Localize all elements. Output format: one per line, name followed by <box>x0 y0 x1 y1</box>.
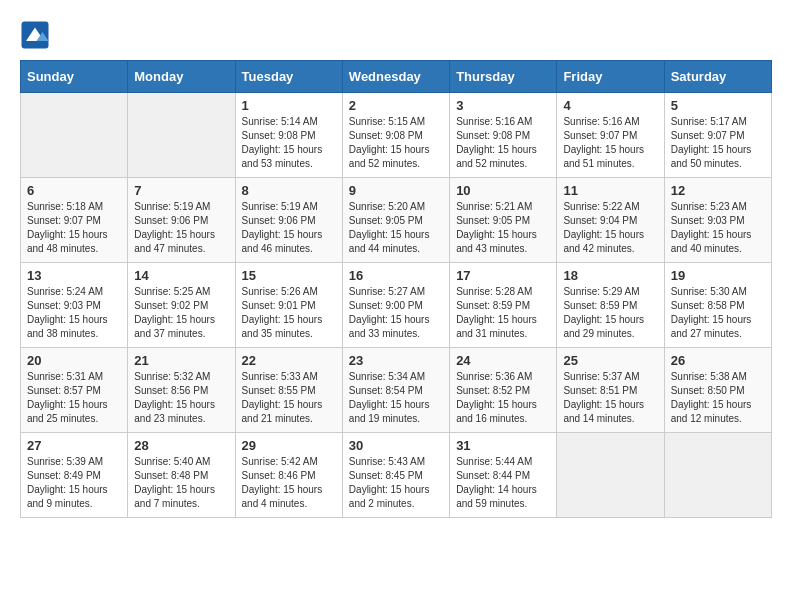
weekday-row: SundayMondayTuesdayWednesdayThursdayFrid… <box>21 61 772 93</box>
day-number: 30 <box>349 438 443 453</box>
calendar-cell: 4Sunrise: 5:16 AM Sunset: 9:07 PM Daylig… <box>557 93 664 178</box>
calendar-body: 1Sunrise: 5:14 AM Sunset: 9:08 PM Daylig… <box>21 93 772 518</box>
day-info: Sunrise: 5:21 AM Sunset: 9:05 PM Dayligh… <box>456 200 550 256</box>
day-info: Sunrise: 5:14 AM Sunset: 9:08 PM Dayligh… <box>242 115 336 171</box>
day-info: Sunrise: 5:32 AM Sunset: 8:56 PM Dayligh… <box>134 370 228 426</box>
calendar-week-2: 6Sunrise: 5:18 AM Sunset: 9:07 PM Daylig… <box>21 178 772 263</box>
day-info: Sunrise: 5:37 AM Sunset: 8:51 PM Dayligh… <box>563 370 657 426</box>
weekday-header-saturday: Saturday <box>664 61 771 93</box>
day-info: Sunrise: 5:28 AM Sunset: 8:59 PM Dayligh… <box>456 285 550 341</box>
logo <box>20 20 54 50</box>
day-number: 17 <box>456 268 550 283</box>
day-number: 23 <box>349 353 443 368</box>
day-info: Sunrise: 5:22 AM Sunset: 9:04 PM Dayligh… <box>563 200 657 256</box>
day-info: Sunrise: 5:19 AM Sunset: 9:06 PM Dayligh… <box>134 200 228 256</box>
calendar-cell: 20Sunrise: 5:31 AM Sunset: 8:57 PM Dayli… <box>21 348 128 433</box>
calendar-cell <box>557 433 664 518</box>
calendar-cell: 7Sunrise: 5:19 AM Sunset: 9:06 PM Daylig… <box>128 178 235 263</box>
calendar-cell: 2Sunrise: 5:15 AM Sunset: 9:08 PM Daylig… <box>342 93 449 178</box>
weekday-header-thursday: Thursday <box>450 61 557 93</box>
calendar-cell: 27Sunrise: 5:39 AM Sunset: 8:49 PM Dayli… <box>21 433 128 518</box>
day-number: 24 <box>456 353 550 368</box>
calendar-cell <box>128 93 235 178</box>
weekday-header-wednesday: Wednesday <box>342 61 449 93</box>
day-info: Sunrise: 5:17 AM Sunset: 9:07 PM Dayligh… <box>671 115 765 171</box>
page-header <box>20 20 772 50</box>
day-number: 6 <box>27 183 121 198</box>
logo-icon <box>20 20 50 50</box>
calendar-cell: 19Sunrise: 5:30 AM Sunset: 8:58 PM Dayli… <box>664 263 771 348</box>
calendar-cell: 22Sunrise: 5:33 AM Sunset: 8:55 PM Dayli… <box>235 348 342 433</box>
day-number: 10 <box>456 183 550 198</box>
calendar-cell: 21Sunrise: 5:32 AM Sunset: 8:56 PM Dayli… <box>128 348 235 433</box>
day-number: 18 <box>563 268 657 283</box>
day-info: Sunrise: 5:25 AM Sunset: 9:02 PM Dayligh… <box>134 285 228 341</box>
day-info: Sunrise: 5:16 AM Sunset: 9:08 PM Dayligh… <box>456 115 550 171</box>
day-number: 29 <box>242 438 336 453</box>
day-info: Sunrise: 5:26 AM Sunset: 9:01 PM Dayligh… <box>242 285 336 341</box>
calendar-cell: 26Sunrise: 5:38 AM Sunset: 8:50 PM Dayli… <box>664 348 771 433</box>
calendar-cell: 3Sunrise: 5:16 AM Sunset: 9:08 PM Daylig… <box>450 93 557 178</box>
day-info: Sunrise: 5:18 AM Sunset: 9:07 PM Dayligh… <box>27 200 121 256</box>
day-number: 27 <box>27 438 121 453</box>
calendar-cell: 24Sunrise: 5:36 AM Sunset: 8:52 PM Dayli… <box>450 348 557 433</box>
calendar-cell: 14Sunrise: 5:25 AM Sunset: 9:02 PM Dayli… <box>128 263 235 348</box>
day-info: Sunrise: 5:43 AM Sunset: 8:45 PM Dayligh… <box>349 455 443 511</box>
calendar-table: SundayMondayTuesdayWednesdayThursdayFrid… <box>20 60 772 518</box>
day-info: Sunrise: 5:23 AM Sunset: 9:03 PM Dayligh… <box>671 200 765 256</box>
day-number: 19 <box>671 268 765 283</box>
weekday-header-tuesday: Tuesday <box>235 61 342 93</box>
calendar-week-3: 13Sunrise: 5:24 AM Sunset: 9:03 PM Dayli… <box>21 263 772 348</box>
calendar-cell: 23Sunrise: 5:34 AM Sunset: 8:54 PM Dayli… <box>342 348 449 433</box>
day-number: 1 <box>242 98 336 113</box>
day-info: Sunrise: 5:29 AM Sunset: 8:59 PM Dayligh… <box>563 285 657 341</box>
day-info: Sunrise: 5:15 AM Sunset: 9:08 PM Dayligh… <box>349 115 443 171</box>
calendar-cell: 16Sunrise: 5:27 AM Sunset: 9:00 PM Dayli… <box>342 263 449 348</box>
calendar-cell <box>21 93 128 178</box>
day-info: Sunrise: 5:36 AM Sunset: 8:52 PM Dayligh… <box>456 370 550 426</box>
day-number: 20 <box>27 353 121 368</box>
calendar-cell: 15Sunrise: 5:26 AM Sunset: 9:01 PM Dayli… <box>235 263 342 348</box>
day-info: Sunrise: 5:42 AM Sunset: 8:46 PM Dayligh… <box>242 455 336 511</box>
calendar-cell: 5Sunrise: 5:17 AM Sunset: 9:07 PM Daylig… <box>664 93 771 178</box>
day-number: 5 <box>671 98 765 113</box>
day-number: 15 <box>242 268 336 283</box>
calendar-cell: 31Sunrise: 5:44 AM Sunset: 8:44 PM Dayli… <box>450 433 557 518</box>
weekday-header-friday: Friday <box>557 61 664 93</box>
day-info: Sunrise: 5:30 AM Sunset: 8:58 PM Dayligh… <box>671 285 765 341</box>
calendar-cell: 8Sunrise: 5:19 AM Sunset: 9:06 PM Daylig… <box>235 178 342 263</box>
calendar-week-4: 20Sunrise: 5:31 AM Sunset: 8:57 PM Dayli… <box>21 348 772 433</box>
day-info: Sunrise: 5:20 AM Sunset: 9:05 PM Dayligh… <box>349 200 443 256</box>
day-number: 7 <box>134 183 228 198</box>
day-number: 2 <box>349 98 443 113</box>
day-number: 16 <box>349 268 443 283</box>
calendar-cell: 6Sunrise: 5:18 AM Sunset: 9:07 PM Daylig… <box>21 178 128 263</box>
day-number: 13 <box>27 268 121 283</box>
calendar-cell: 9Sunrise: 5:20 AM Sunset: 9:05 PM Daylig… <box>342 178 449 263</box>
weekday-header-sunday: Sunday <box>21 61 128 93</box>
calendar-cell: 12Sunrise: 5:23 AM Sunset: 9:03 PM Dayli… <box>664 178 771 263</box>
calendar-cell: 30Sunrise: 5:43 AM Sunset: 8:45 PM Dayli… <box>342 433 449 518</box>
calendar-cell: 1Sunrise: 5:14 AM Sunset: 9:08 PM Daylig… <box>235 93 342 178</box>
day-info: Sunrise: 5:39 AM Sunset: 8:49 PM Dayligh… <box>27 455 121 511</box>
day-number: 14 <box>134 268 228 283</box>
calendar-cell: 25Sunrise: 5:37 AM Sunset: 8:51 PM Dayli… <box>557 348 664 433</box>
day-number: 3 <box>456 98 550 113</box>
calendar-cell: 10Sunrise: 5:21 AM Sunset: 9:05 PM Dayli… <box>450 178 557 263</box>
day-number: 26 <box>671 353 765 368</box>
day-number: 8 <box>242 183 336 198</box>
day-number: 9 <box>349 183 443 198</box>
calendar-cell: 11Sunrise: 5:22 AM Sunset: 9:04 PM Dayli… <box>557 178 664 263</box>
calendar-week-5: 27Sunrise: 5:39 AM Sunset: 8:49 PM Dayli… <box>21 433 772 518</box>
day-info: Sunrise: 5:44 AM Sunset: 8:44 PM Dayligh… <box>456 455 550 511</box>
day-number: 25 <box>563 353 657 368</box>
day-number: 31 <box>456 438 550 453</box>
calendar-cell <box>664 433 771 518</box>
day-number: 22 <box>242 353 336 368</box>
day-number: 21 <box>134 353 228 368</box>
day-info: Sunrise: 5:16 AM Sunset: 9:07 PM Dayligh… <box>563 115 657 171</box>
day-info: Sunrise: 5:24 AM Sunset: 9:03 PM Dayligh… <box>27 285 121 341</box>
day-number: 28 <box>134 438 228 453</box>
day-info: Sunrise: 5:27 AM Sunset: 9:00 PM Dayligh… <box>349 285 443 341</box>
day-info: Sunrise: 5:38 AM Sunset: 8:50 PM Dayligh… <box>671 370 765 426</box>
